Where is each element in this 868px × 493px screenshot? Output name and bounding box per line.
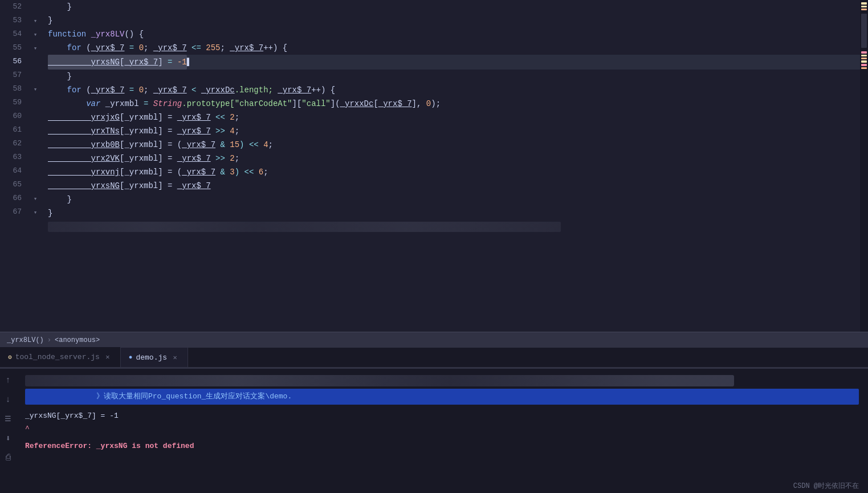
minimap-marker bbox=[861, 2, 867, 5]
terminal-icon-download[interactable]: ⬇ bbox=[1, 431, 15, 445]
minimap-marker bbox=[861, 60, 867, 63]
fold-icon-52[interactable] bbox=[27, 0, 43, 14]
code-line-57: } bbox=[48, 70, 860, 83]
minimap-marker bbox=[861, 9, 867, 10]
terminal-highlight-line: 》读取大量相同Pro_question_生成对应对话文案\demo. bbox=[25, 389, 859, 405]
fold-icon-61[interactable] bbox=[27, 123, 43, 137]
minimap-marker bbox=[861, 55, 867, 56]
code-line-56: _yrxsNG[_yrx$_7] = -1▌ bbox=[48, 55, 860, 70]
tab-icon-gear: ⚙ bbox=[8, 353, 12, 361]
code-line-64: _yrxvnj[_yrxmbl] = (_yrx$_7 & 3) << 6; bbox=[48, 165, 860, 179]
terminal-icon-list[interactable]: ☰ bbox=[1, 412, 15, 426]
terminal-icon-up[interactable]: ↑ bbox=[1, 373, 15, 387]
code-line-67: } bbox=[48, 206, 860, 220]
terminal-code-output: _yrxsNG[_yrx$_7] = -1 bbox=[25, 409, 859, 423]
terminal-caret: ^ bbox=[25, 423, 859, 435]
fold-icon-53[interactable]: ▾ bbox=[27, 14, 43, 27]
fold-icon-58[interactable]: ▾ bbox=[27, 82, 43, 96]
fold-icon-64[interactable] bbox=[27, 164, 43, 178]
code-line-53: } bbox=[48, 14, 860, 27]
fold-gutter: ▾ ▾ ▾ ▾ ▾ ▾ bbox=[27, 0, 43, 332]
line-numbers: 52 53 54 55 56 57 58 59 60 61 62 63 64 6… bbox=[0, 0, 27, 332]
terminal-content: 》读取大量相同Pro_question_生成对应对话文案\demo. _yrxs… bbox=[16, 369, 868, 479]
terminal-footer: CSDN @时光依旧不在 bbox=[0, 479, 868, 493]
code-line-61: _yrxTNs[_yrxmbl] = _yrx$_7 >> 4; bbox=[48, 124, 860, 138]
fold-icon-60[interactable] bbox=[27, 109, 43, 123]
code-line-58: for (_yrx$_7 = 0; _yrx$_7 < _yrxxDc.leng… bbox=[48, 83, 860, 97]
terminal-icon-print[interactable]: ⎙ bbox=[1, 451, 15, 465]
fold-icon-57[interactable] bbox=[27, 68, 43, 82]
code-line-68 bbox=[48, 220, 860, 232]
terminal-error-message: ReferenceError: _yrxsNG is not defined bbox=[25, 440, 859, 453]
fold-icon-65[interactable] bbox=[27, 178, 43, 192]
tabs-bar: ⚙ tool_node_server.js ✕ ● demo.js ✕ bbox=[0, 348, 868, 368]
code-editor[interactable]: } } function _yrx8LV() { for (_yrx$_7 = … bbox=[43, 0, 860, 332]
tab-close-demo[interactable]: ✕ bbox=[170, 353, 180, 362]
code-line-54: function _yrx8LV() { bbox=[48, 27, 860, 41]
breadcrumb-bar: _yrx8LV() › <anonymous> bbox=[0, 332, 868, 348]
minimap-marker bbox=[861, 58, 867, 59]
code-line-62: _yrxb0B[_yrxmbl] = (_yrx$_7 & 15) << 4; bbox=[48, 138, 860, 152]
code-line-55: for (_yrx$_7 = 0; _yrx$_7 <= 255; _yrx$_… bbox=[48, 41, 860, 55]
fold-icon-62[interactable] bbox=[27, 137, 43, 150]
fold-icon-59[interactable] bbox=[27, 96, 43, 109]
code-line-66: } bbox=[48, 193, 860, 206]
terminal-branding: CSDN @时光依旧不在 bbox=[793, 481, 859, 491]
tab-label-tool: tool_node_server.js bbox=[15, 353, 100, 361]
terminal-blurred-1 bbox=[25, 375, 734, 386]
tab-tool-node-server[interactable]: ⚙ tool_node_server.js ✕ bbox=[0, 347, 121, 367]
terminal-panel: ↑ ↓ ☰ ⬇ ⎙ 》读取大量相同Pro_question_生成对应对话文案\d… bbox=[0, 368, 868, 493]
fold-icon-55[interactable]: ▾ bbox=[27, 41, 43, 55]
fold-icon-54[interactable]: ▾ bbox=[27, 27, 43, 41]
tab-label-demo: demo.js bbox=[136, 353, 167, 362]
breadcrumb-function[interactable]: _yrx8LV() bbox=[7, 336, 44, 344]
fold-icon-67[interactable]: ▾ bbox=[27, 205, 43, 219]
fold-icon-56[interactable] bbox=[27, 55, 43, 68]
terminal-sidebar: ↑ ↓ ☰ ⬇ ⎙ bbox=[0, 369, 16, 479]
minimap-marker-red bbox=[861, 51, 867, 54]
scrollbar-track[interactable] bbox=[860, 0, 868, 332]
code-line-65: _yrxsNG[_yrxmbl] = _yrx$_7 bbox=[48, 179, 860, 193]
terminal-body: ↑ ↓ ☰ ⬇ ⎙ 》读取大量相同Pro_question_生成对应对话文案\d… bbox=[0, 369, 868, 479]
minimap-marker bbox=[861, 6, 867, 7]
minimap-marker bbox=[861, 67, 867, 69]
minimap-marker-red bbox=[861, 64, 867, 66]
fold-icon-66[interactable]: ▾ bbox=[27, 192, 43, 205]
code-line-52: } bbox=[48, 0, 860, 14]
code-line-60: _yrxjxG[_yrxmbl] = _yrx$_7 << 2; bbox=[48, 111, 860, 124]
code-container: 52 53 54 55 56 57 58 59 60 61 62 63 64 6… bbox=[0, 0, 868, 332]
tab-close-tool[interactable]: ✕ bbox=[103, 353, 112, 362]
code-line-59: var _yrxmbl = String.prototype["charCode… bbox=[48, 97, 860, 111]
fold-icon-63[interactable] bbox=[27, 150, 43, 164]
terminal-icon-down[interactable]: ↓ bbox=[1, 393, 15, 406]
scrollbar-thumb[interactable] bbox=[861, 14, 867, 48]
tab-demo-js[interactable]: ● demo.js ✕ bbox=[121, 347, 188, 367]
code-line-63: _yrx2VK[_yrxmbl] = _yrx$_7 >> 2; bbox=[48, 152, 860, 165]
tab-icon-demo: ● bbox=[129, 354, 133, 361]
breadcrumb-anonymous[interactable]: <anonymous> bbox=[55, 336, 100, 344]
editor-area: 52 53 54 55 56 57 58 59 60 61 62 63 64 6… bbox=[0, 0, 868, 348]
